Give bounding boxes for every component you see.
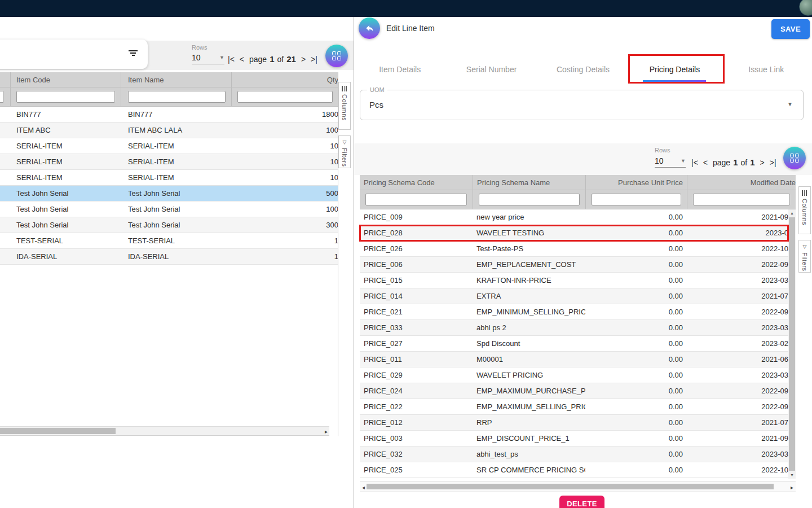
modified-date-filter-input[interactable] (693, 194, 790, 205)
item-table-row[interactable]: BIN777BIN7771800 (0, 107, 338, 122)
qty-header[interactable]: Qty (231, 72, 338, 87)
scroll-right-icon[interactable]: ▸ (325, 428, 328, 435)
pricing-row[interactable]: PRICE_003EMP_DISCOUNT_PRICE_10.002021-09 (360, 431, 788, 446)
next-page-button[interactable]: > (760, 158, 765, 167)
scrollbar-thumb[interactable] (367, 484, 774, 489)
left-filters-side-tab[interactable]: ▽ Filters (338, 135, 351, 168)
next-page-button[interactable]: > (301, 55, 306, 64)
schema-name-header[interactable]: Pricing Schema Name (473, 175, 585, 190)
first-page-button[interactable]: |< (228, 55, 235, 64)
modified-date-cell: 2022-10 (687, 244, 788, 253)
grid-view-button[interactable] (325, 45, 348, 67)
schema-code-cell: PRICE_015 (360, 276, 473, 284)
uom-select[interactable]: UOM Pcs ▼ (360, 90, 804, 120)
pricing-row[interactable]: PRICE_009new year price0.002021-09 (360, 209, 788, 225)
modified-date-header[interactable]: Modified Date (687, 175, 796, 190)
right-filters-side-tab[interactable]: ▽ Filters (798, 240, 811, 273)
columns-icon (802, 190, 807, 196)
pricing-row[interactable]: PRICE_014EXTRA0.002021-07 (360, 288, 788, 304)
first-page-button[interactable]: |< (691, 158, 698, 167)
scrollbar-thumb[interactable] (789, 217, 795, 471)
save-button[interactable]: SAVE (771, 19, 810, 39)
columns-tab-label: Columns (341, 94, 348, 121)
purchase-price-filter-input[interactable] (592, 194, 681, 205)
pricing-row[interactable]: PRICE_025SR CP COMMERCE PRICING SC...0.0… (360, 462, 788, 478)
grid-view-button[interactable] (783, 147, 806, 169)
purchase-price-filter-cell (585, 190, 687, 209)
qty-cell: 10 (231, 154, 338, 169)
left-horizontal-scrollbar[interactable]: ▸ (0, 426, 329, 436)
page-indicator: page 1 of 21 (249, 54, 296, 64)
purchase-price-cell: 0.00 (585, 450, 687, 458)
pricing-row[interactable]: PRICE_027Spd Discount0.002023-02 (360, 336, 788, 352)
scroll-left-icon[interactable]: ◂ (362, 484, 365, 491)
pricing-row[interactable]: PRICE_021EMP_MINIMUM_SELLING_PRICE0.0020… (360, 304, 788, 320)
last-page-button[interactable]: >| (311, 55, 317, 64)
tab-issue-link[interactable]: Issue Link (721, 56, 812, 82)
schema-name-cell: abhi_test_ps (473, 450, 585, 458)
last-page-button[interactable]: >| (770, 158, 776, 167)
item-table-row[interactable]: SERIAL-ITEMSERIAL-ITEM10 (0, 170, 338, 186)
pricing-row-annotated[interactable]: PRICE_028WAVELET TESTING0.002023-0 (360, 225, 788, 241)
pricing-row[interactable]: PRICE_029WAVELET PRICING0.002023-03 (360, 367, 788, 383)
right-horizontal-scrollbar[interactable]: ◂ ▸ (360, 481, 796, 492)
schema-code-header[interactable]: Pricing Schema Code (360, 178, 473, 187)
item-search-box[interactable] (0, 40, 148, 69)
schema-code-filter-input[interactable] (365, 194, 467, 205)
uom-value: Pcs (369, 100, 383, 110)
right-columns-side-tab[interactable]: Columns (798, 186, 811, 234)
item-table-row[interactable]: IDA-SERIALIDA-SERIAL1 (0, 249, 338, 265)
filter-sort-icon[interactable] (129, 50, 138, 58)
item-name-header[interactable]: Item Name (121, 72, 231, 87)
modified-date-cell: 2022-09 (687, 260, 788, 269)
back-button[interactable] (359, 17, 380, 39)
item-table-row[interactable]: SERIAL-ITEMSERIAL-ITEM10 (0, 154, 338, 170)
pricing-row[interactable]: PRICE_015KRAFTON-INR-PRICE0.002023-03 (360, 273, 788, 288)
item-code-header[interactable]: Item Code (10, 72, 121, 87)
item-table-row[interactable]: SERIAL-ITEMSERIAL-ITEM10 (0, 138, 338, 154)
delete-button[interactable]: DELETE (559, 496, 604, 508)
item-table-row[interactable]: Test John SerialTest John Serial500 (0, 186, 338, 202)
item-name-filter-input[interactable] (128, 91, 226, 103)
schema-name-cell: Spd Discount (473, 339, 585, 348)
pricing-row[interactable]: PRICE_033abhi ps 20.002023-03 (360, 320, 788, 336)
scrollbar-thumb[interactable] (0, 428, 116, 434)
right-vertical-scrollbar[interactable]: ▴ ▾ (788, 209, 796, 479)
item-table-row[interactable]: ITEM ABCITEM ABC LALA100 (0, 122, 338, 138)
pricing-row[interactable]: PRICE_022EMP_MAXIMUM_SELLING_PRICE0.0020… (360, 399, 788, 415)
prev-page-button[interactable]: < (703, 158, 708, 167)
item-table-row[interactable]: Test John SerialTest John Serial300 (0, 217, 338, 233)
pricing-row[interactable]: PRICE_006EMP_REPLACEMENT_COST0.002022-09 (360, 257, 788, 273)
pricing-row[interactable]: PRICE_032abhi_test_ps0.002023-03 (360, 446, 788, 462)
page-indicator: page 1 of 1 (713, 157, 755, 167)
modified-date-filter-cell (687, 190, 796, 209)
pricing-row[interactable]: PRICE_024EMP_MAXIMUM_PURCHASE_P...0.0020… (360, 383, 788, 399)
prev-page-button[interactable]: < (240, 55, 244, 64)
tab-item-details[interactable]: Item Details (354, 56, 445, 82)
tab-pricing-details[interactable]: Pricing Details (629, 56, 720, 82)
item-name-cell: SERIAL-ITEM (121, 170, 231, 185)
qty-filter-input[interactable] (237, 91, 333, 103)
pricing-row[interactable]: PRICE_012RRP0.002021-07 (360, 415, 788, 431)
schema-name-filter-input[interactable] (479, 194, 580, 205)
of-word: of (741, 158, 748, 167)
pricing-row[interactable]: PRICE_011M000010.002021-06 (360, 352, 788, 367)
scroll-down-icon[interactable]: ▾ (788, 472, 796, 478)
modified-date-cell: 2021-09 (687, 434, 788, 443)
rows-per-page-select[interactable]: 10 ▼ (192, 53, 224, 64)
tab-serial-number[interactable]: Serial Number (445, 56, 537, 82)
tab-costing-details[interactable]: Costing Details (537, 56, 629, 82)
pricing-row[interactable]: PRICE_026Test-Paste-PS0.002022-10 (360, 241, 788, 257)
schema-code-cell: PRICE_009 (360, 213, 473, 221)
scroll-right-icon[interactable]: ▸ (791, 484, 793, 491)
user-avatar[interactable] (799, 0, 812, 16)
left-columns-side-tab[interactable]: Columns (338, 82, 351, 130)
scroll-up-icon[interactable]: ▴ (788, 211, 796, 216)
rows-per-page-select[interactable]: 10 ▼ (655, 156, 686, 168)
purchase-unit-price-header[interactable]: Purchase Unit Price (585, 175, 687, 190)
clipped-filter-input[interactable] (0, 91, 3, 103)
item-table-row[interactable]: TEST-SERIALTEST-SERIAL1 (0, 233, 338, 249)
purchase-price-cell: 0.00 (585, 434, 687, 443)
item-table-row[interactable]: Test John SerialTest John Serial100 (0, 202, 338, 217)
item-code-filter-input[interactable] (16, 91, 115, 103)
